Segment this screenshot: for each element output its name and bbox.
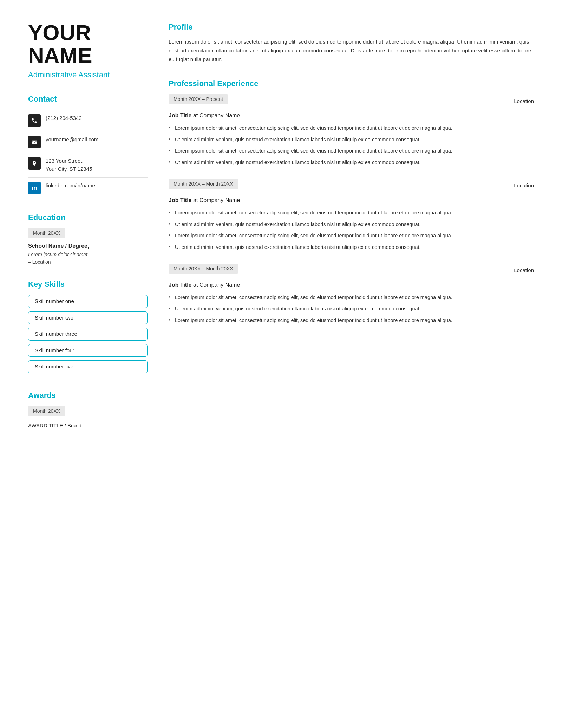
linkedin-text: linkedin.com/in/name bbox=[46, 182, 95, 190]
exp-header-2: Month 20XX – Month 20XX Location bbox=[169, 179, 534, 193]
bullet-3-1: Lorem ipsum dolor sit amet, consectetur … bbox=[169, 294, 534, 301]
contact-address: 123 Your Street,Your City, ST 12345 bbox=[28, 153, 148, 178]
phone-icon bbox=[28, 114, 41, 127]
bullet-1-1: Lorem ipsum dolor sit amet, consectetur … bbox=[169, 124, 534, 132]
bullet-2-1: Lorem ipsum dolor sit amet, consectetur … bbox=[169, 209, 534, 217]
bullet-1-4: Ut enim ad minim veniam, quis nostrud ex… bbox=[169, 159, 534, 166]
contact-linkedin: in linkedin.com/in/name bbox=[28, 178, 148, 199]
experience-section: Professional Experience Month 20XX – Pre… bbox=[169, 78, 534, 324]
experience-entry-1: Month 20XX – Present Location Job Title … bbox=[169, 94, 534, 166]
exp-bullets-3: Lorem ipsum dolor sit amet, consectetur … bbox=[169, 294, 534, 324]
exp-bullets-2: Lorem ipsum dolor sit amet, consectetur … bbox=[169, 209, 534, 251]
job-title: Administrative Assistant bbox=[28, 69, 148, 80]
skill-1: Skill number one bbox=[28, 295, 148, 308]
skill-5: Skill number five bbox=[28, 360, 148, 373]
right-column: Profile Lorem ipsum dolor sit amet, cons… bbox=[169, 21, 534, 707]
contact-email: yourname@gmail.com bbox=[28, 131, 148, 153]
exp-company-2: at Company Name bbox=[192, 197, 240, 203]
profile-section: Profile Lorem ipsum dolor sit amet, cons… bbox=[169, 21, 534, 64]
exp-location-3: Location bbox=[514, 266, 534, 275]
resume-page: YOUR NAME Administrative Assistant Conta… bbox=[0, 0, 562, 728]
school-detail: Lorem ipsum dolor sit amet bbox=[28, 251, 148, 258]
experience-entry-2: Month 20XX – Month 20XX Location Job Tit… bbox=[169, 179, 534, 251]
exp-job-title-1: Job Title at Company Name bbox=[169, 111, 534, 120]
exp-company-3: at Company Name bbox=[192, 282, 240, 288]
exp-title-bold-2: Job Title bbox=[169, 197, 192, 203]
full-name: YOUR NAME bbox=[28, 21, 148, 67]
school-name: School Name / Degree, bbox=[28, 242, 148, 250]
exp-location-1: Location bbox=[514, 97, 534, 105]
award-title: AWARD TITLE / Brand bbox=[28, 422, 148, 430]
location-icon bbox=[28, 157, 41, 170]
skill-4: Skill number four bbox=[28, 344, 148, 357]
experience-heading: Professional Experience bbox=[169, 78, 534, 89]
education-date: Month 20XX bbox=[28, 228, 65, 238]
contact-heading: Contact bbox=[28, 93, 148, 105]
profile-text: Lorem ipsum dolor sit amet, consectetur … bbox=[169, 38, 534, 64]
exp-job-title-2: Job Title at Company Name bbox=[169, 196, 534, 205]
exp-date-2: Month 20XX – Month 20XX bbox=[169, 179, 238, 189]
skills-heading: Key Skills bbox=[28, 278, 148, 290]
award-date: Month 20XX bbox=[28, 406, 65, 416]
exp-bullets-1: Lorem ipsum dolor sit amet, consectetur … bbox=[169, 124, 534, 166]
bullet-2-2: Ut enim ad minim veniam, quis nostrud ex… bbox=[169, 220, 534, 228]
exp-title-bold-3: Job Title bbox=[169, 282, 192, 288]
bullet-3-3: Lorem ipsum dolor sit amet, consectetur … bbox=[169, 316, 534, 324]
skill-3: Skill number three bbox=[28, 328, 148, 341]
email-icon bbox=[28, 136, 41, 148]
email-text: yourname@gmail.com bbox=[46, 136, 98, 144]
exp-job-title-3: Job Title at Company Name bbox=[169, 281, 534, 289]
exp-title-bold-1: Job Title bbox=[169, 112, 192, 118]
education-heading: Education bbox=[28, 212, 148, 223]
exp-header-3: Month 20XX – Month 20XX Location bbox=[169, 264, 534, 277]
contact-list: (212) 204-5342 yourname@gmail.com 123 Yo… bbox=[28, 110, 148, 199]
school-location: – Location bbox=[28, 258, 148, 266]
bullet-1-2: Ut enim ad minim veniam, quis nostrud ex… bbox=[169, 136, 534, 143]
linkedin-icon: in bbox=[28, 182, 41, 194]
phone-text: (212) 204-5342 bbox=[46, 114, 82, 122]
exp-location-2: Location bbox=[514, 182, 534, 190]
skills-list: Skill number one Skill number two Skill … bbox=[28, 295, 148, 377]
bullet-3-2: Ut enim ad minim veniam, quis nostrud ex… bbox=[169, 305, 534, 313]
bullet-1-3: Lorem ipsum dolor sit amet, consectetur … bbox=[169, 147, 534, 155]
address-text: 123 Your Street,Your City, ST 12345 bbox=[46, 157, 92, 173]
exp-date-3: Month 20XX – Month 20XX bbox=[169, 264, 238, 274]
experience-entry-3: Month 20XX – Month 20XX Location Job Tit… bbox=[169, 264, 534, 324]
exp-date-1: Month 20XX – Present bbox=[169, 94, 228, 104]
skill-2: Skill number two bbox=[28, 311, 148, 324]
name-line2: NAME bbox=[28, 43, 92, 67]
profile-heading: Profile bbox=[169, 21, 534, 33]
left-column: YOUR NAME Administrative Assistant Conta… bbox=[28, 21, 148, 707]
bullet-2-3: Lorem ipsum dolor sit amet, consectetur … bbox=[169, 232, 534, 239]
contact-phone: (212) 204-5342 bbox=[28, 110, 148, 131]
name-block: YOUR NAME Administrative Assistant bbox=[28, 21, 148, 80]
bullet-2-4: Ut enim ad minim veniam, quis nostrud ex… bbox=[169, 243, 534, 251]
awards-heading: Awards bbox=[28, 389, 148, 401]
exp-header-1: Month 20XX – Present Location bbox=[169, 94, 534, 108]
name-line1: YOUR bbox=[28, 20, 91, 45]
exp-company-1: at Company Name bbox=[192, 112, 240, 118]
